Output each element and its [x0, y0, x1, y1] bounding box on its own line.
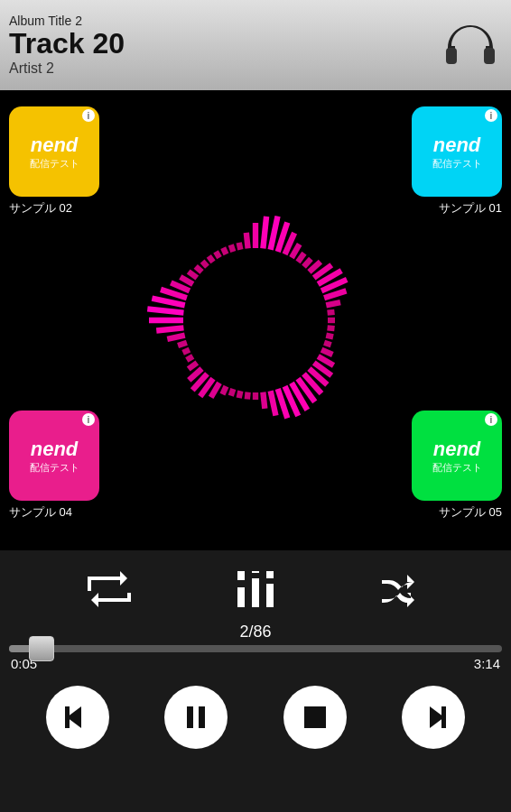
- ad-info-bottom-left: i: [82, 413, 95, 426]
- ad-brand-bottom-right: nend: [433, 438, 481, 461]
- svg-marker-60: [237, 242, 244, 250]
- svg-marker-43: [181, 347, 190, 355]
- svg-rect-65: [266, 584, 274, 607]
- svg-marker-20: [323, 340, 332, 348]
- playback-controls: [0, 671, 511, 749]
- time-labels: 0:05 3:14: [0, 652, 511, 671]
- ad-label-top-left: サンプル 02: [9, 200, 72, 217]
- svg-marker-36: [220, 385, 229, 396]
- ad-label-bottom-left: サンプル 04: [9, 504, 72, 521]
- svg-marker-58: [220, 246, 228, 255]
- ad-top-left[interactable]: i nend 配信テスト サンプル 02: [9, 106, 99, 197]
- stop-button[interactable]: [283, 686, 347, 749]
- next-button[interactable]: [402, 686, 465, 749]
- svg-marker-35: [228, 388, 237, 397]
- header: Album Title 2 Track 20 Artist 2: [0, 0, 511, 90]
- circular-visualizer: [111, 176, 400, 465]
- progress-bar[interactable]: [9, 645, 502, 652]
- ad-sub-top-left: 配信テスト: [30, 157, 79, 171]
- svg-marker-31: [260, 392, 267, 409]
- headphone-icon: [439, 16, 502, 75]
- svg-marker-2: [253, 223, 258, 248]
- ad-sub-bottom-left: 配信テスト: [30, 461, 79, 475]
- svg-rect-70: [187, 706, 193, 728]
- svg-marker-57: [213, 250, 222, 259]
- ad-bottom-left[interactable]: i nend 配信テスト サンプル 04: [9, 411, 99, 501]
- svg-marker-61: [244, 233, 251, 249]
- ad-brand-top-right: nend: [433, 134, 481, 157]
- svg-marker-17: [328, 318, 335, 323]
- ad-label-bottom-right: サンプル 05: [439, 504, 502, 521]
- track-title: Track 20: [9, 28, 439, 60]
- svg-marker-56: [207, 254, 216, 263]
- visualizer-area: i nend 配信テスト サンプル 02 i nend 配信テスト サンプル 0…: [0, 90, 511, 550]
- ad-info-top-left: i: [82, 109, 95, 122]
- svg-marker-59: [228, 244, 237, 253]
- svg-rect-0: [446, 48, 457, 64]
- top-controls: [0, 559, 511, 619]
- svg-marker-3: [260, 217, 269, 249]
- svg-marker-48: [147, 306, 184, 316]
- svg-rect-63: [237, 571, 245, 580]
- artist-name: Artist 2: [9, 60, 439, 77]
- ad-label-top-right: サンプル 01: [439, 200, 502, 217]
- svg-marker-34: [237, 391, 244, 399]
- svg-marker-15: [326, 300, 341, 309]
- controls-area: 2/86 0:05 3:14: [0, 550, 511, 812]
- ad-bottom-right[interactable]: i nend 配信テスト サンプル 05: [412, 411, 502, 501]
- ad-brand-bottom-left: nend: [31, 438, 79, 461]
- svg-marker-16: [327, 309, 335, 316]
- ad-top-right[interactable]: i nend 配信テスト サンプル 01: [412, 106, 502, 197]
- svg-marker-54: [194, 264, 204, 274]
- ad-brand-top-left: nend: [31, 134, 79, 157]
- svg-rect-69: [65, 706, 70, 728]
- svg-rect-71: [199, 706, 205, 728]
- ad-info-bottom-right: i: [485, 413, 497, 426]
- header-text: Album Title 2 Track 20 Artist 2: [9, 14, 439, 76]
- svg-rect-62: [237, 587, 245, 607]
- equalizer-button[interactable]: [228, 567, 283, 612]
- svg-marker-42: [185, 354, 194, 363]
- ad-sub-top-right: 配信テスト: [432, 157, 482, 171]
- pause-button[interactable]: [164, 686, 228, 749]
- svg-rect-72: [304, 706, 326, 728]
- svg-marker-46: [156, 325, 184, 334]
- progress-container[interactable]: [0, 645, 511, 652]
- shuffle-button[interactable]: [375, 567, 429, 612]
- svg-rect-74: [441, 706, 446, 728]
- svg-rect-64: [252, 578, 259, 607]
- svg-rect-1: [484, 48, 495, 64]
- prev-button[interactable]: [46, 686, 109, 749]
- track-counter: 2/86: [239, 623, 271, 641]
- progress-thumb[interactable]: [29, 636, 54, 661]
- repeat-button[interactable]: [82, 567, 136, 612]
- ad-info-top-right: i: [485, 109, 497, 122]
- svg-marker-55: [200, 259, 209, 268]
- time-total: 3:14: [474, 656, 500, 671]
- svg-marker-33: [245, 392, 251, 400]
- svg-marker-19: [326, 333, 334, 340]
- svg-marker-45: [167, 333, 186, 342]
- svg-marker-18: [327, 325, 335, 331]
- svg-marker-47: [149, 318, 183, 323]
- album-title: Album Title 2: [9, 14, 439, 28]
- svg-marker-32: [253, 392, 258, 400]
- svg-rect-66: [266, 571, 274, 578]
- svg-marker-44: [177, 340, 188, 348]
- svg-rect-67: [252, 571, 259, 573]
- ad-sub-bottom-right: 配信テスト: [432, 461, 482, 475]
